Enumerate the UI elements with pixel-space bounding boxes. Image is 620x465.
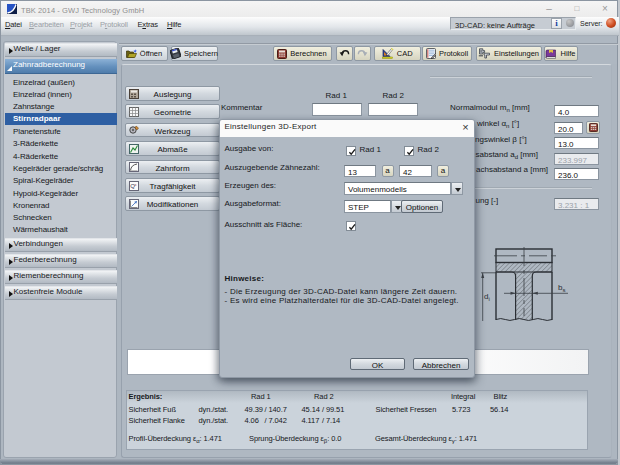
svg-text:di: di (484, 292, 490, 302)
svg-text:bs: bs (558, 283, 565, 293)
svg-text:x: x (134, 182, 136, 187)
